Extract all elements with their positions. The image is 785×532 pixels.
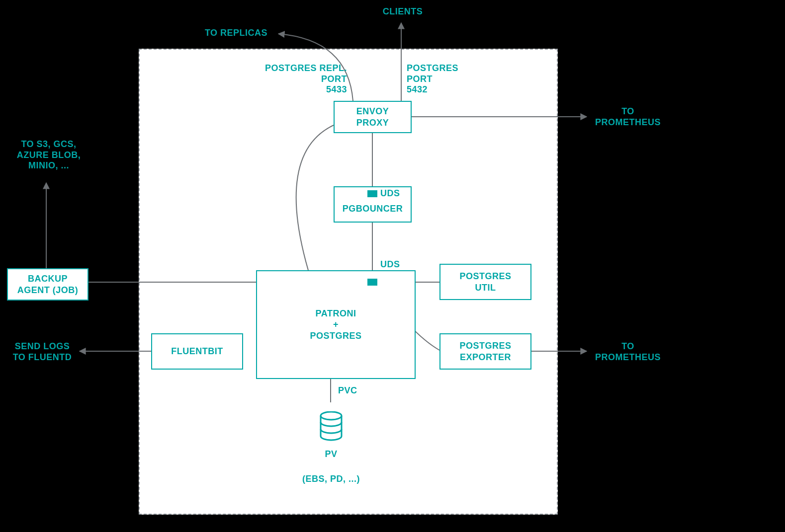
box-patroni-postgres: PATRONI + POSTGRES (256, 270, 416, 379)
label-pg-port: POSTGRES PORT 5432 (407, 63, 486, 95)
label-pv-note: (EBS, PD, ...) (296, 474, 366, 485)
box-postgres-exporter: POSTGRES EXPORTER (439, 333, 531, 370)
label-repl-port: POSTGRES REPL. PORT 5433 (238, 63, 347, 95)
uds-port-pgbouncer-icon (367, 190, 377, 197)
label-uds-pgbouncer: UDS (380, 188, 405, 199)
label-pvc: PVC (338, 385, 363, 396)
label-to-replicas: TO REPLICAS (196, 28, 276, 39)
storage-cylinder-icon (319, 411, 344, 441)
label-send-logs: SEND LOGS TO FLUENTD (10, 341, 75, 363)
box-envoy-proxy: ENVOY PROXY (334, 101, 412, 133)
label-uds-patroni: UDS (380, 259, 405, 270)
box-backup-agent: BACKUP AGENT (JOB) (7, 268, 88, 301)
label-to-prometheus-bottom: TO PROMETHEUS (593, 341, 663, 363)
label-clients: CLIENTS (380, 6, 425, 17)
label-pv: PV (316, 449, 346, 460)
uds-port-patroni-icon (367, 279, 377, 286)
label-to-prometheus-top: TO PROMETHEUS (593, 106, 663, 128)
svg-point-10 (321, 412, 342, 420)
box-postgres-util: POSTGRES UTIL (439, 264, 531, 300)
box-fluentbit: FLUENTBIT (151, 333, 243, 370)
label-to-s3: TO S3, GCS, AZURE BLOB, MINIO, ... (14, 139, 84, 171)
